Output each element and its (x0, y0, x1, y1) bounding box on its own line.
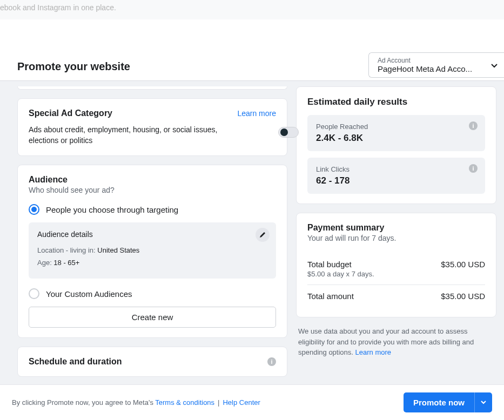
audience-card: Audience Who should see your ad? People … (17, 165, 287, 338)
link-clicks-label: Link Clicks (316, 165, 476, 173)
link-clicks-stat: Link Clicks 62 - 178 i (307, 158, 485, 194)
edit-audience-button[interactable] (256, 228, 270, 242)
people-reached-value: 2.4K - 6.8K (316, 133, 476, 144)
promote-now-button[interactable]: Promote now (404, 392, 474, 412)
create-new-audience-button[interactable]: Create new (29, 307, 276, 328)
footer-bar: By clicking Promote now, you agree to Me… (0, 384, 504, 420)
payment-summary-card: Payment summary Your ad will run for 7 d… (296, 213, 496, 317)
payment-budget-row: Total budget $5.00 a day x 7 days. $35.0… (307, 253, 485, 284)
ad-account-label: Ad Account (378, 57, 485, 64)
special-ad-toggle[interactable] (278, 127, 299, 138)
radio-selected-icon (29, 204, 39, 215)
payment-budget-amount: $35.00 USD (441, 260, 485, 269)
special-ad-description: Ads about credit, employment, housing, o… (29, 125, 276, 146)
info-icon[interactable]: i (469, 121, 478, 130)
audience-option-custom-label: Your Custom Audiences (46, 289, 132, 299)
audience-option-custom[interactable]: Your Custom Audiences (29, 288, 276, 299)
collapsed-card-edge (17, 86, 287, 90)
terms-link[interactable]: Terms & conditions (155, 398, 214, 407)
people-reached-stat: People Reached 2.4K - 6.8K i (307, 115, 485, 151)
payment-total-amount: $35.00 USD (441, 292, 485, 301)
link-clicks-value: 62 - 178 (316, 175, 476, 186)
left-column: Special Ad Category Learn more Ads about… (17, 86, 287, 383)
ad-account-value: PageHoot Meta Ad Acco... (378, 64, 485, 73)
audience-option-targeting-label: People you choose through targeting (46, 205, 178, 214)
disclaimer-text: We use data about you and your ad accoun… (296, 326, 496, 358)
top-banner: ebook and Instagram in one place. (0, 0, 504, 19)
right-column: Estimated daily results People Reached 2… (296, 86, 496, 383)
info-icon[interactable]: i (267, 357, 276, 366)
audience-subtitle: Who should see your ad? (29, 186, 276, 194)
payment-budget-label: Total budget (307, 260, 374, 269)
pencil-icon (259, 232, 266, 238)
footer-actions: Promote now (404, 392, 492, 412)
ad-account-selector[interactable]: Ad Account PageHoot Meta Ad Acco... (368, 52, 504, 78)
toggle-knob (280, 128, 288, 136)
audience-title: Audience (29, 175, 276, 185)
payment-total-label: Total amount (307, 292, 354, 301)
payment-total-row: Total amount $35.00 USD (307, 284, 485, 307)
payment-subtitle: Your ad will run for 7 days. (307, 234, 485, 242)
audience-age: Age: 18 - 65+ (37, 259, 267, 267)
help-center-link[interactable]: Help Center (223, 398, 260, 407)
promote-dropdown-button[interactable] (474, 392, 492, 412)
audience-option-targeting[interactable]: People you choose through targeting (29, 204, 276, 215)
special-ad-category-card: Special Ad Category Learn more Ads about… (17, 98, 287, 156)
schedule-card: Schedule and duration i (17, 347, 287, 377)
page-header: Promote your website Ad Account PageHoot… (0, 53, 504, 81)
estimated-results-card: Estimated daily results People Reached 2… (296, 86, 496, 204)
footer-agreement: By clicking Promote now, you agree to Me… (12, 398, 260, 407)
people-reached-label: People Reached (316, 123, 476, 131)
special-ad-learn-more-link[interactable]: Learn more (237, 109, 276, 118)
schedule-title: Schedule and duration (29, 357, 122, 367)
disclaimer-learn-more-link[interactable]: Learn more (355, 348, 391, 356)
audience-details-box: Audience details Location - living in: U… (29, 222, 276, 279)
main-content: Special Ad Category Learn more Ads about… (0, 81, 504, 383)
payment-budget-sublabel: $5.00 a day x 7 days. (307, 270, 374, 278)
payment-title: Payment summary (307, 223, 485, 233)
page-title: Promote your website (17, 60, 130, 73)
audience-location: Location - living in: United States (37, 246, 267, 254)
caret-down-icon (481, 401, 486, 405)
special-ad-title: Special Ad Category (29, 109, 112, 118)
caret-down-icon (491, 60, 498, 70)
audience-details-title: Audience details (37, 230, 267, 239)
info-icon[interactable]: i (469, 164, 478, 173)
radio-unselected-icon (29, 288, 39, 299)
top-banner-text: ebook and Instagram in one place. (0, 3, 116, 12)
top-spacer (0, 19, 504, 53)
estimated-results-title: Estimated daily results (307, 97, 485, 107)
